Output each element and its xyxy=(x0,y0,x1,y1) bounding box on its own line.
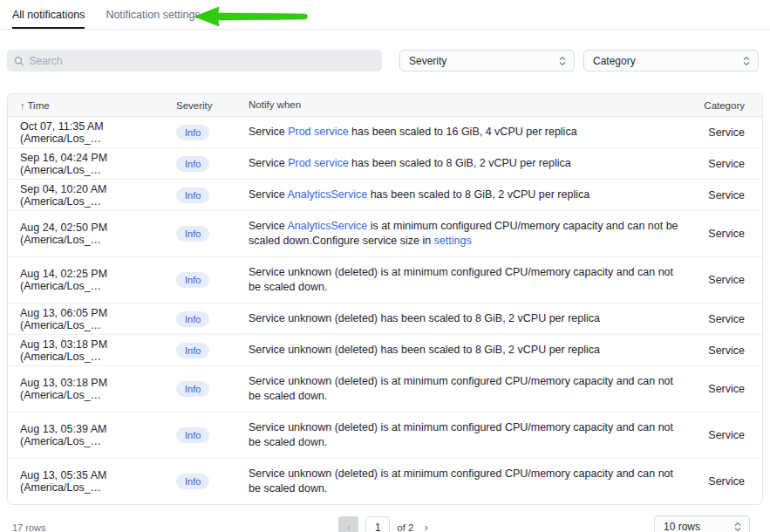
severity-badge: Info xyxy=(176,474,209,489)
category-select-label: Category xyxy=(593,55,636,67)
filters-bar: Severity Category xyxy=(7,50,759,72)
severity-badge: Info xyxy=(176,156,209,172)
page-size-label: 10 rows xyxy=(664,521,700,532)
message-link[interactable]: Prod service xyxy=(288,126,348,138)
category-cell: Service xyxy=(694,475,762,488)
table-row: Aug 13, 05:39 AM (America/Los_…InfoServi… xyxy=(8,413,762,459)
notify-cell: Service Prod service has been scaled to … xyxy=(249,117,694,147)
category-cell: Service xyxy=(694,313,762,325)
severity-cell: Info xyxy=(176,311,249,327)
time-cell: Aug 13, 03:18 PM (America/Los_… xyxy=(8,377,176,401)
green-arrow-icon xyxy=(193,5,310,28)
notifications-table: ↑Time Severity Notify when Category Oct … xyxy=(7,93,763,505)
chevron-updown-icon xyxy=(743,56,750,66)
notify-text: Service unknown (deleted) is at minimum … xyxy=(249,420,680,450)
notify-cell: Service Prod service has been scaled to … xyxy=(249,148,694,179)
notify-cell: Service unknown (deleted) has been scale… xyxy=(249,304,694,334)
table-row: Sep 04, 10:20 AM (America/Los_…InfoServi… xyxy=(8,180,762,211)
table-row: Aug 13, 06:05 PM (America/Los_…InfoServi… xyxy=(8,304,762,335)
category-cell: Service xyxy=(694,344,762,357)
severity-cell: Info xyxy=(176,188,249,203)
severity-cell: Info xyxy=(176,226,249,242)
notify-text: Service unknown (deleted) is at minimum … xyxy=(249,374,680,404)
notify-cell: Service unknown (deleted) is at minimum … xyxy=(249,413,694,458)
severity-badge: Info xyxy=(176,272,209,288)
notify-text: Service Prod service has been scaled to … xyxy=(249,156,680,171)
table-row: Aug 14, 02:25 PM (America/Los_…InfoServi… xyxy=(8,257,762,304)
time-cell: Aug 14, 02:25 PM (America/Los_… xyxy=(8,268,176,292)
table-footer: 17 rows ‹ of 2 › 10 rows xyxy=(0,505,770,532)
notify-text: Service unknown (deleted) is at minimum … xyxy=(249,265,680,295)
severity-cell: Info xyxy=(176,381,249,397)
time-cell: Aug 13, 03:18 PM (America/Los_… xyxy=(8,338,176,363)
severity-select-label: Severity xyxy=(409,55,446,67)
notify-text: Service AnalyticsService has been scaled… xyxy=(249,188,680,202)
severity-badge: Info xyxy=(176,343,209,358)
severity-badge: Info xyxy=(176,226,209,242)
chevron-updown-icon xyxy=(734,522,741,532)
severity-cell: Info xyxy=(176,125,249,140)
table-body: Oct 07, 11:35 AM (America/Los_…InfoServi… xyxy=(8,117,762,504)
notify-text: Service AnalyticsService is at minimum c… xyxy=(249,219,680,249)
page-input[interactable] xyxy=(365,516,390,532)
notify-text: Service unknown (deleted) has been scale… xyxy=(249,311,680,326)
category-cell: Service xyxy=(694,189,762,201)
severity-cell: Info xyxy=(176,272,249,288)
notify-cell: Service unknown (deleted) is at minimum … xyxy=(249,459,694,504)
tab-notification-settings[interactable]: Notification settings xyxy=(106,9,200,29)
category-cell: Service xyxy=(694,274,762,286)
notify-text: Service unknown (deleted) has been scale… xyxy=(249,343,680,358)
notify-cell: Service AnalyticsService is at minimum c… xyxy=(249,211,694,256)
table-row: Aug 24, 02:50 PM (America/Los_…InfoServi… xyxy=(8,211,762,257)
col-notify-when-header: Notify when xyxy=(249,99,694,113)
message-link[interactable]: settings xyxy=(434,235,472,247)
category-cell: Service xyxy=(694,228,762,240)
prev-page-button[interactable]: ‹ xyxy=(338,516,358,532)
chevron-updown-icon xyxy=(559,56,566,66)
sort-ascending-icon: ↑ xyxy=(20,100,25,111)
tab-all-notifications[interactable]: All notifications xyxy=(12,9,85,29)
notify-cell: Service AnalyticsService has been scaled… xyxy=(249,180,694,210)
severity-badge: Info xyxy=(176,125,209,140)
category-cell: Service xyxy=(694,383,762,395)
col-category-header: Category xyxy=(694,100,762,111)
severity-cell: Info xyxy=(176,343,249,358)
time-cell: Aug 13, 06:05 PM (America/Los_… xyxy=(8,307,176,331)
time-cell: Aug 13, 05:35 AM (America/Los_… xyxy=(8,469,176,494)
next-page-button[interactable]: › xyxy=(420,519,431,532)
severity-select[interactable]: Severity xyxy=(399,50,575,72)
table-row: Aug 13, 03:18 PM (America/Los_…InfoServi… xyxy=(8,366,762,413)
search-input[interactable] xyxy=(30,55,376,67)
severity-badge: Info xyxy=(176,188,209,203)
search-box xyxy=(7,50,382,72)
col-severity-header: Severity xyxy=(176,100,249,111)
time-cell: Oct 07, 11:35 AM (America/Los_… xyxy=(8,120,176,145)
table-row: Sep 16, 04:24 PM (America/Los_…InfoServi… xyxy=(8,148,762,180)
chevron-left-icon: ‹ xyxy=(347,522,351,532)
category-cell: Service xyxy=(694,158,762,170)
severity-badge: Info xyxy=(176,311,209,327)
table-row: Aug 13, 05:35 AM (America/Los_…InfoServi… xyxy=(8,459,762,504)
message-link[interactable]: AnalyticsService xyxy=(287,220,367,232)
category-select[interactable]: Category xyxy=(583,50,759,72)
message-link[interactable]: Prod service xyxy=(288,157,348,169)
category-cell: Service xyxy=(694,429,762,441)
page-total-label: of 2 xyxy=(397,522,413,532)
notify-cell: Service unknown (deleted) has been scale… xyxy=(249,335,694,365)
table-header: ↑Time Severity Notify when Category xyxy=(8,94,762,117)
severity-badge: Info xyxy=(176,381,209,397)
table-row: Oct 07, 11:35 AM (America/Los_…InfoServi… xyxy=(8,117,762,148)
time-cell: Sep 16, 04:24 PM (America/Los_… xyxy=(8,152,176,176)
page-size-select[interactable]: 10 rows xyxy=(654,515,750,532)
severity-cell: Info xyxy=(176,474,249,489)
tab-bar: All notifications Notification settings xyxy=(0,0,770,30)
notify-cell: Service unknown (deleted) is at minimum … xyxy=(249,366,694,412)
time-cell: Aug 13, 05:39 AM (America/Los_… xyxy=(8,423,176,447)
col-time-header[interactable]: ↑Time xyxy=(8,100,176,111)
chevron-right-icon: › xyxy=(424,521,427,532)
category-cell: Service xyxy=(694,126,762,139)
search-icon xyxy=(14,56,24,66)
notify-text: Service Prod service has been scaled to … xyxy=(249,125,680,140)
time-cell: Aug 24, 02:50 PM (America/Los_… xyxy=(8,222,176,246)
message-link[interactable]: AnalyticsService xyxy=(287,188,367,201)
